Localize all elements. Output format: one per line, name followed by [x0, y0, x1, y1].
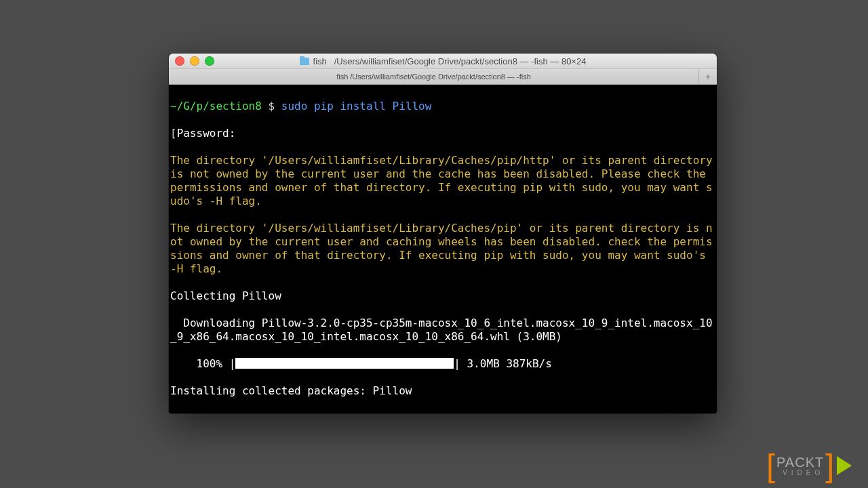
success-line: Successfully installed Pillow-3.2.0 — [170, 411, 715, 413]
progress-line: 100% || 3.0MB 387kB/s — [170, 357, 715, 371]
maximize-button[interactable] — [205, 56, 214, 66]
prompt-sep: $ — [262, 100, 281, 113]
play-icon — [837, 456, 852, 475]
terminal-window: fish /Users/williamfiset/Google Drive/pa… — [169, 54, 717, 413]
title-prefix: fish — [313, 56, 327, 66]
progress-bar — [235, 358, 454, 369]
close-button[interactable] — [175, 56, 184, 66]
cmd-keyword: sudo — [281, 100, 314, 113]
prompt-path: ~/G/p/section8 — [170, 100, 262, 113]
pip-warning-1: The directory '/Users/williamfiset/Libra… — [170, 154, 715, 208]
window-title: fish /Users/williamfiset/Google Drive/pa… — [169, 56, 717, 66]
cmd-text: pip install Pillow — [314, 100, 431, 113]
tab-label: fish /Users/williamfiset/Google Drive/pa… — [336, 73, 531, 81]
minimize-button[interactable] — [190, 56, 199, 66]
tab-bar: fish /Users/williamfiset/Google Drive/pa… — [169, 69, 717, 85]
brand-sub: VIDEO — [783, 469, 824, 476]
bracket-left-icon: [ — [766, 452, 775, 480]
terminal-body[interactable]: ~/G/p/section8 $ sudo pip install Pillow… — [169, 85, 717, 413]
pip-warning-2: The directory '/Users/williamfiset/Libra… — [170, 222, 715, 276]
password-label: Password: — [177, 127, 236, 140]
downloading-line: Downloading Pillow-3.2.0-cp35-cp35m-maco… — [170, 317, 715, 344]
plus-icon: + — [705, 71, 711, 82]
folder-icon — [300, 58, 309, 65]
title-path: /Users/williamfiset/Google Drive/packt/s… — [334, 56, 587, 66]
packt-logo: [ PACKT VIDEO ] — [766, 452, 852, 480]
installing-line: Installing collected packages: Pillow — [170, 384, 715, 398]
window-controls — [169, 56, 214, 66]
collecting-line: Collecting Pillow — [170, 289, 715, 303]
brand-name: PACKT — [776, 455, 824, 470]
tab-active[interactable]: fish /Users/williamfiset/Google Drive/pa… — [169, 69, 698, 84]
window-titlebar[interactable]: fish /Users/williamfiset/Google Drive/pa… — [169, 54, 717, 69]
bracket-right-icon: ] — [825, 452, 834, 480]
new-tab-button[interactable]: + — [698, 69, 717, 84]
